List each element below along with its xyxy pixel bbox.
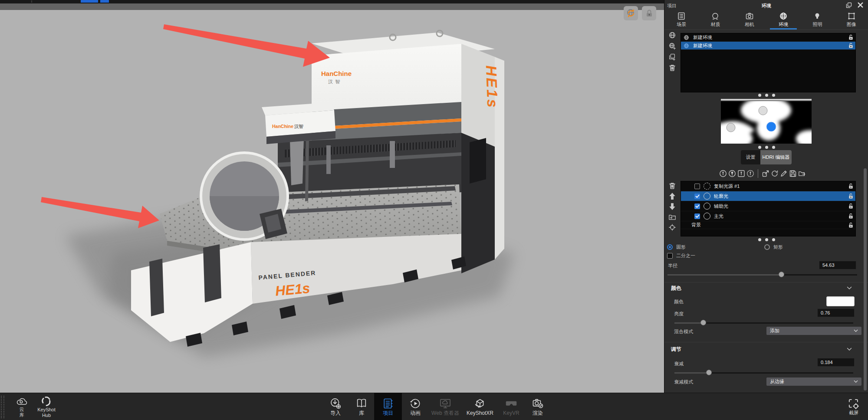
environment-icon[interactable]: [668, 31, 676, 39]
light-row[interactable]: 辅助光: [681, 201, 855, 211]
animation-play-icon: [409, 397, 421, 410]
hdri-preview[interactable]: [721, 99, 812, 144]
color-swatch[interactable]: [826, 296, 855, 306]
light-row[interactable]: 复制光源 #1: [681, 181, 855, 191]
toolbar-library-button[interactable]: 库: [349, 393, 374, 420]
tab-environment[interactable]: 环境: [766, 10, 800, 30]
add-half-pin-icon[interactable]: [746, 170, 754, 177]
light-row[interactable]: 主光: [681, 211, 855, 221]
splitter-dots[interactable]: [755, 94, 778, 97]
toolbar-render-button[interactable]: 渲染: [524, 393, 551, 420]
shape-rect-option[interactable]: 矩形: [764, 244, 783, 250]
shape-circle-option[interactable]: 圆形: [667, 244, 686, 250]
tab-material[interactable]: 材质: [698, 10, 732, 30]
falloff-slider[interactable]: [674, 370, 853, 376]
add-image-pin-icon[interactable]: [737, 170, 745, 177]
add-pin-icon[interactable]: [719, 170, 727, 177]
splitter-dots[interactable]: [755, 146, 778, 149]
environment-sync-button[interactable]: [624, 6, 638, 20]
radius-slider[interactable]: [667, 272, 857, 278]
open-folder-icon[interactable]: [798, 170, 806, 177]
background-row[interactable]: 背景: [681, 221, 855, 229]
toolbar-project-button[interactable]: 项目: [374, 393, 402, 420]
keyshot-hub-button[interactable]: KeyShot Hub: [34, 393, 59, 420]
float-panel-button[interactable]: [846, 2, 852, 8]
duplicate-environment-icon[interactable]: [668, 53, 676, 61]
falloff-label: 衰减: [674, 361, 684, 367]
web-viewer-icon: [439, 397, 451, 410]
toolbar-drag-handle[interactable]: [1, 396, 2, 418]
share-icon[interactable]: [762, 170, 769, 177]
hdri-preview-image: [721, 99, 812, 144]
chevron-down-icon[interactable]: [847, 348, 852, 351]
blend-mode-dropdown[interactable]: 添加: [766, 327, 861, 335]
sync-icon[interactable]: [771, 170, 779, 177]
falloff-value-field[interactable]: 0.184: [817, 358, 855, 367]
light-visibility-checkbox[interactable]: [694, 184, 700, 189]
hdri-pin-gray[interactable]: [727, 123, 735, 132]
chevron-down-icon[interactable]: [847, 286, 852, 290]
light-visibility-checkbox[interactable]: [694, 203, 700, 209]
unlock-icon[interactable]: [848, 184, 853, 189]
edit-icon[interactable]: [780, 170, 788, 177]
tab-scene[interactable]: 场景: [664, 10, 698, 30]
add-folder-icon[interactable]: [668, 213, 676, 221]
material-icon: [711, 12, 720, 20]
locate-target-icon[interactable]: [668, 223, 676, 231]
splitter-dots[interactable]: [755, 238, 778, 241]
delete-light-icon[interactable]: [668, 182, 676, 190]
panel-scrollbar[interactable]: [864, 168, 867, 390]
half-checkbox[interactable]: [667, 253, 673, 259]
radio-circle[interactable]: [667, 244, 673, 250]
brightness-value-field[interactable]: 0.76: [817, 308, 855, 317]
tab-image[interactable]: 图像: [835, 10, 868, 30]
environment-row[interactable]: 新建环境: [681, 33, 855, 42]
unlock-icon[interactable]: [848, 43, 853, 49]
settings-tab[interactable]: 设置: [741, 150, 760, 164]
viewport-3d[interactable]: HanChine 汉智 HE1s: [0, 3, 664, 393]
radio-rectangle[interactable]: [764, 244, 770, 250]
move-down-icon[interactable]: [668, 203, 676, 210]
light-visibility-checkbox[interactable]: [694, 213, 700, 219]
machine-render: HanChine 汉智 HE1s: [0, 10, 664, 393]
light-row-selected[interactable]: 轮廓光: [681, 191, 855, 201]
slider-handle[interactable]: [779, 272, 784, 277]
tab-lighting[interactable]: 照明: [800, 10, 834, 30]
tab-camera[interactable]: 相机: [733, 10, 766, 30]
save-icon[interactable]: [789, 170, 797, 177]
toolbar-animation-button[interactable]: 动画: [402, 393, 429, 420]
brightness-slider[interactable]: [674, 320, 853, 326]
slider-handle[interactable]: [700, 320, 706, 325]
light-visibility-checkbox[interactable]: [694, 194, 700, 199]
toolbar-import-button[interactable]: 导入: [322, 393, 349, 420]
toolbar-keyshotxr-button[interactable]: KeyShotXR: [462, 393, 498, 420]
unlock-icon[interactable]: [848, 222, 853, 228]
toolbar-drag-handle[interactable]: [3, 396, 4, 418]
close-panel-button[interactable]: [857, 2, 864, 8]
unlock-icon[interactable]: [848, 35, 853, 40]
environment-row-selected[interactable]: 新建环境: [681, 42, 855, 50]
falloff-mode-dropdown[interactable]: 从边缘: [766, 377, 861, 386]
radius-value-field[interactable]: 54.63: [819, 261, 856, 269]
unlock-icon[interactable]: [848, 213, 853, 219]
screenshot-button[interactable]: 截屏: [841, 393, 866, 420]
lock-camera-button[interactable]: [642, 6, 656, 20]
add-pin-highlight-icon[interactable]: [728, 170, 736, 177]
hdri-editor-tab[interactable]: HDRI 编辑器: [760, 150, 792, 164]
move-up-icon[interactable]: [668, 192, 676, 200]
globe-icon: [684, 35, 689, 40]
unlock-icon[interactable]: [848, 194, 853, 199]
delete-environment-icon[interactable]: [668, 64, 676, 72]
cloud-library-button[interactable]: 云 库: [10, 393, 34, 420]
bottom-toolbar: 云 库 KeyShot Hub 导入 库 项目 动画: [0, 393, 868, 420]
half-option[interactable]: 二分之一: [667, 253, 695, 259]
hdri-pin-selected-blue[interactable]: [766, 122, 776, 131]
hdri-pin-gray[interactable]: [759, 106, 767, 115]
globe-sync-icon: [626, 8, 636, 19]
unlock-icon[interactable]: [848, 203, 853, 209]
add-environment-icon[interactable]: [668, 42, 676, 50]
cabinet-brand-text: HanChine: [321, 70, 352, 77]
slider-handle[interactable]: [706, 370, 712, 375]
ribbon-blue-fragment: [100, 0, 109, 3]
lightbulb-icon: [813, 12, 822, 20]
